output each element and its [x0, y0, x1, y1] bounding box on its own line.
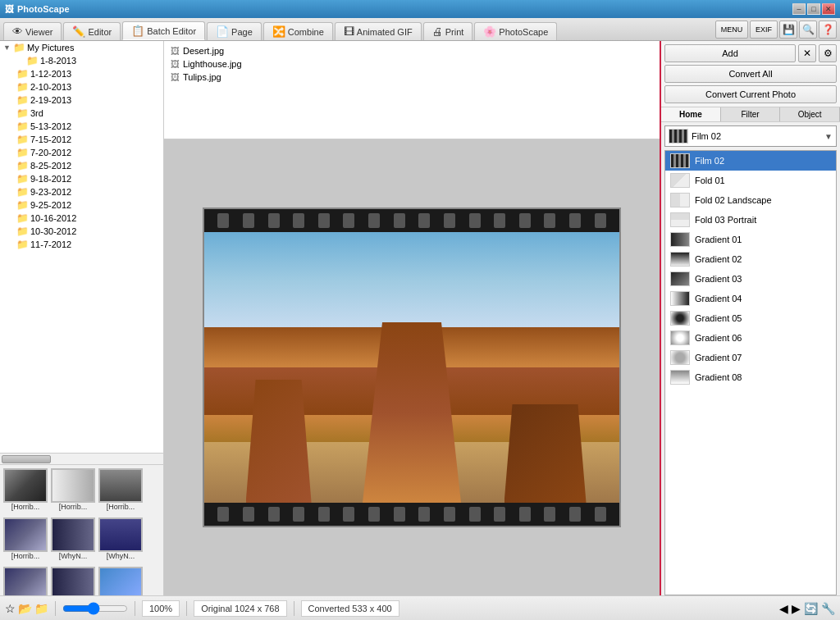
dropdown-item-gradient04[interactable]: Gradient 04 [665, 289, 836, 308]
mesa-container [204, 300, 619, 504]
file-item-3[interactable]: 🖼 Tulips.jpg [167, 71, 656, 84]
tree-item-14[interactable]: 📁 10-30-2012 [0, 225, 163, 238]
tree-item-11[interactable]: 📁 9-23-2012 [0, 185, 163, 198]
tab-gif[interactable]: 🎞 Animated GIF [335, 22, 422, 40]
mesa-right [504, 404, 587, 503]
thumb-item[interactable]: [Horrib... [3, 517, 48, 560]
item-label: Fold 01 [695, 176, 725, 185]
thumb-item[interactable]: [Horrib... [3, 468, 48, 511]
thumb-label: [WhyN... [107, 552, 135, 560]
tab-page[interactable]: 📄 Page [207, 22, 262, 40]
dropdown-item-gradient08[interactable]: Gradient 08 [665, 367, 836, 387]
thumb-item[interactable]: [WhyN... [98, 517, 143, 560]
dropdown-item-gradient01[interactable]: Gradient 01 [665, 230, 836, 249]
h-scroll-thumb[interactable] [2, 455, 51, 463]
filter-tab-filter[interactable]: Filter [721, 107, 781, 121]
dropdown-select[interactable]: Film 02 ▼ [664, 125, 837, 147]
exif-button[interactable]: EXIF [750, 21, 778, 39]
dropdown-item-fold01[interactable]: Fold 01 [665, 171, 836, 190]
tree-item-10[interactable]: 📁 9-18-2012 [0, 172, 163, 185]
dropdown-item-gradient05[interactable]: Gradient 05 [665, 308, 836, 328]
tree-item-13[interactable]: 📁 10-16-2012 [0, 212, 163, 225]
file-item-1[interactable]: 🖼 Desert.jpg [167, 44, 656, 57]
horizontal-scrollbar[interactable] [0, 453, 163, 464]
thumb-item[interactable]: [Horrib... [51, 468, 95, 511]
item-thumb [670, 370, 690, 385]
tools-icon[interactable]: 🔧 [821, 602, 835, 615]
thumb-item[interactable]: [Horrib... [98, 468, 143, 511]
file-item-2[interactable]: 🖼 Lighthouse.jpg [167, 57, 656, 71]
tree-item-12[interactable]: 📁 9-25-2012 [0, 198, 163, 212]
tree-item-7[interactable]: 📁 7-15-2012 [0, 133, 163, 146]
tree-label: 9-25-2012 [30, 200, 71, 210]
thumb-item[interactable]: Captur... [98, 567, 143, 595]
item-thumb [670, 193, 690, 207]
folder-icon: 📁 [16, 160, 29, 171]
tab-viewer[interactable]: 👁 Viewer [3, 22, 62, 40]
dropdown-item-gradient02[interactable]: Gradient 02 [665, 249, 836, 269]
search-button[interactable]: 🔍 [799, 21, 817, 39]
tree-item-3[interactable]: 📁 2-10-2013 [0, 80, 163, 93]
thumb-image [51, 468, 95, 503]
help-button[interactable]: ❓ [819, 21, 837, 39]
tab-editor[interactable]: ✏️ Editor [63, 22, 121, 40]
converted-size: Converted 533 x 400 [301, 600, 399, 617]
tree-item-1[interactable]: 📁 1-8-2013 [0, 54, 163, 67]
separator [55, 601, 56, 616]
arrow-right-icon[interactable]: ▶ [792, 602, 801, 615]
film-hole [595, 507, 606, 522]
folder-new-icon[interactable]: 📁 [34, 602, 48, 615]
item-label: Gradient 06 [695, 333, 742, 343]
tab-combine[interactable]: 🔀 Combine [263, 22, 333, 40]
menu-button[interactable]: MENU [715, 21, 748, 39]
dropdown-item-gradient07[interactable]: Gradient 07 [665, 348, 836, 367]
film-hole [494, 507, 505, 522]
convert-all-button[interactable]: Convert All [664, 65, 837, 83]
tab-photoscape[interactable]: 🌸 PhotoScape [474, 22, 557, 40]
tree-item-5[interactable]: 📁 3rd [0, 107, 163, 120]
thumb-label: [WhyN... [59, 552, 88, 560]
tree-root[interactable]: ▼ 📁 My Pictures [0, 41, 163, 54]
tree-item-2[interactable]: 📁 1-12-2013 [0, 67, 163, 80]
folder-open-icon[interactable]: 📂 [18, 602, 32, 615]
minimize-button[interactable]: – [792, 3, 806, 15]
filter-tab-object[interactable]: Object [780, 107, 840, 121]
film-hole [418, 507, 430, 522]
zoom-slider[interactable] [62, 603, 128, 614]
item-label: Gradient 04 [695, 294, 742, 303]
thumb-item[interactable]: [WhyN... [51, 567, 95, 595]
filter-tab-home[interactable]: Home [661, 107, 721, 121]
arrow-left-icon[interactable]: ◀ [779, 602, 788, 615]
mesa-main [363, 322, 461, 503]
dropdown-item-fold02[interactable]: Fold 02 Landscape [665, 190, 836, 210]
tree-item-4[interactable]: 📁 2-19-2013 [0, 93, 163, 107]
add-button[interactable]: Add [664, 44, 796, 62]
item-label: Gradient 02 [695, 254, 742, 264]
thumb-item[interactable]: [WhyN... [51, 517, 95, 560]
thumb-item[interactable]: [WhyN... [3, 567, 48, 595]
tree-item-9[interactable]: 📁 8-25-2012 [0, 159, 163, 172]
dropdown-list[interactable]: Film 02 Fold 01 Fold 02 Landscape Fold 0… [664, 150, 837, 595]
tab-gif-label: Animated GIF [357, 27, 413, 37]
folder-icon: 📁 [16, 199, 29, 211]
thumb-image [3, 567, 48, 595]
tab-batch-editor[interactable]: 📋 Batch Editor [122, 21, 205, 40]
settings-list-button[interactable]: ⚙ [819, 44, 837, 62]
dropdown-item-film02[interactable]: Film 02 [665, 151, 836, 171]
tree-item-6[interactable]: 📁 5-13-2012 [0, 120, 163, 133]
convert-current-button[interactable]: Convert Current Photo [664, 85, 837, 103]
close-button[interactable]: ✕ [822, 3, 835, 15]
folder-icon: 📁 [16, 81, 29, 93]
file-icon: 🖼 [171, 59, 180, 69]
dropdown-item-fold03[interactable]: Fold 03 Portrait [665, 210, 836, 230]
tab-print[interactable]: 🖨 Print [423, 22, 473, 40]
tree-item-8[interactable]: 📁 7-20-2012 [0, 146, 163, 159]
refresh-icon[interactable]: 🔄 [804, 602, 818, 615]
maximize-button[interactable]: □ [807, 3, 820, 15]
dropdown-item-gradient03[interactable]: Gradient 03 [665, 269, 836, 289]
star-icon[interactable]: ☆ [5, 602, 16, 615]
save-button[interactable]: 💾 [779, 21, 797, 39]
tree-item-15[interactable]: 📁 11-7-2012 [0, 238, 163, 251]
dropdown-item-gradient06[interactable]: Gradient 06 [665, 328, 836, 348]
close-list-button[interactable]: ✕ [798, 44, 816, 62]
